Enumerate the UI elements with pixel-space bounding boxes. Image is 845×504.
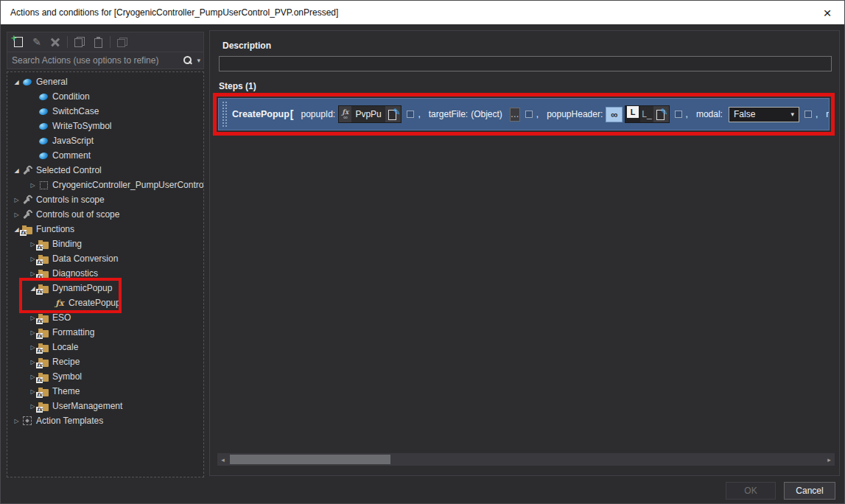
tree-item-label: General [36, 77, 68, 87]
tree-item-functions[interactable]: ◢fxFunctions [7, 222, 203, 237]
description-label: Description [222, 41, 271, 51]
actions-panel: + ✎ ▾ ◢GeneralConditionSwitchCaseWriteTo… [7, 32, 204, 477]
param-separator: , [536, 109, 539, 119]
search-icon[interactable] [183, 55, 193, 66]
param-separator: , [816, 109, 818, 119]
popupid-checkbox[interactable] [407, 111, 414, 118]
cancel-button[interactable]: Cancel [784, 482, 835, 500]
popupheader-value-field[interactable]: L_ [640, 106, 653, 122]
modal-checkbox[interactable] [804, 111, 812, 118]
new-document-plus-icon: + [14, 37, 23, 47]
wrench-icon [21, 210, 33, 220]
fxfolder-icon: fx [38, 328, 49, 337]
sphere-icon [38, 108, 49, 115]
param-popupheader-label: popupHeader: [547, 109, 603, 119]
param-modal-label: modal: [696, 109, 723, 119]
expanded-expander-icon[interactable]: ◢ [12, 167, 21, 174]
tree-item-binding[interactable]: ▷fxBinding [7, 237, 203, 251]
scroll-right-icon[interactable]: ▸ [824, 453, 835, 466]
fxfolder-icon: fx [38, 313, 49, 323]
tree-item-general[interactable]: ◢General [7, 74, 203, 89]
popupid-value-field[interactable]: PvpPu [351, 106, 385, 122]
scroll-left-icon[interactable]: ◂ [217, 453, 228, 466]
edit-action-button[interactable]: ✎ [29, 34, 45, 50]
annotation-box-step: CreatePopup [ popupId: ƒx ∞ PvpPu , targ… [213, 93, 835, 136]
popupheader-select-button[interactable] [653, 106, 669, 122]
scrollbar-track[interactable] [228, 453, 824, 466]
tree-item-label: Controls out of scope [36, 209, 119, 220]
search-input[interactable] [12, 55, 183, 66]
fxfolder-icon: fx [21, 225, 33, 234]
tree-item-condition[interactable]: Condition [7, 89, 203, 104]
tree-item-symbol[interactable]: ▷fxSymbol [7, 369, 203, 384]
tree-item-label: WriteToSymbol [52, 121, 111, 131]
tree-item-label: Theme [52, 386, 80, 396]
targetfile-browse-button[interactable]: … [510, 108, 520, 122]
popupheader-language-button[interactable]: L [627, 106, 639, 118]
tree-item-action-templates[interactable]: ▷Action Templates [7, 413, 203, 428]
fxfolder-icon: fx [38, 387, 49, 396]
tree-item-label: UserManagement [52, 401, 122, 411]
tree-item-eso[interactable]: ▷fxESO [7, 310, 203, 325]
close-icon[interactable]: × [818, 3, 837, 22]
duplicate-icon [117, 38, 127, 47]
tree-item-dynamicpopup[interactable]: ◢fxDynamicPopup [7, 281, 203, 295]
step-row-createpopup[interactable]: CreatePopup [ popupId: ƒx ∞ PvpPu , targ… [218, 98, 830, 130]
ok-button[interactable]: OK [726, 482, 776, 500]
search-options-caret-icon[interactable]: ▾ [197, 57, 200, 64]
description-input[interactable] [219, 56, 832, 71]
tree-item-label: Binding [52, 239, 82, 249]
tree-item-label: Selected Control [36, 165, 102, 175]
tree-item-selected-control[interactable]: ◢Selected Control [7, 163, 203, 178]
tree-item-theme[interactable]: ▷fxTheme [7, 384, 203, 399]
window-titlebar: Actions and conditions for [CryogenicCon… [1, 1, 844, 24]
targetfile-checkbox[interactable] [525, 111, 533, 118]
tree-item-cryogeniccontroller-pumpusercontrol[interactable]: ▷CryogenicController_PumpUserControl [7, 178, 203, 192]
tree-item-label: ESO [52, 312, 71, 323]
add-action-button[interactable]: + [10, 34, 27, 50]
actions-toolbar: + ✎ [7, 32, 204, 52]
wrench-icon [21, 166, 33, 175]
tree-item-switchcase[interactable]: SwitchCase [7, 104, 203, 119]
popupid-select-button[interactable] [385, 106, 401, 122]
tree-item-locale[interactable]: ▷fxLocale [7, 340, 203, 354]
scrollbar-thumb[interactable] [230, 455, 390, 464]
horizontal-scrollbar: ◂ ▸ [217, 453, 835, 466]
sphere-icon [38, 123, 49, 130]
popupid-binding-button[interactable]: ƒx ∞ [339, 106, 351, 122]
copy-action-button[interactable] [71, 34, 88, 50]
collapsed-expander-icon[interactable]: ▷ [12, 211, 21, 218]
tree-item-writetosymbol[interactable]: WriteToSymbol [7, 119, 203, 133]
popupheader-link-button[interactable]: ∞ [606, 107, 623, 122]
expanded-expander-icon[interactable]: ◢ [12, 79, 21, 85]
duplicate-action-button[interactable] [114, 34, 130, 50]
modal-dropdown[interactable]: False ▾ [729, 107, 799, 122]
tree-item-recipe[interactable]: ▷fxRecipe [7, 354, 203, 369]
fxfolder-icon: fx [38, 372, 49, 382]
tree-item-diagnostics[interactable]: ▷fxDiagnostics [7, 266, 203, 281]
collapsed-expander-icon[interactable]: ▷ [28, 182, 38, 189]
tree-item-comment[interactable]: Comment [7, 148, 203, 163]
fxfolder-icon: fx [38, 254, 49, 264]
collapsed-expander-icon[interactable]: ▷ [12, 197, 21, 203]
collapsed-expander-icon[interactable]: ▷ [12, 418, 21, 424]
tree-item-label: CryogenicController_PumpUserControl [52, 180, 204, 190]
paste-clipboard-icon [94, 38, 102, 48]
drag-grip-icon[interactable] [221, 100, 228, 128]
fxfolder-icon: fx [38, 284, 49, 293]
delete-action-button[interactable] [47, 34, 63, 50]
tree-item-controls-in-scope[interactable]: ▷Controls in scope [7, 192, 203, 207]
tree-item-javascript[interactable]: JavaScript [7, 133, 203, 148]
tree-item-createpopup[interactable]: ƒxCreatePopup [7, 295, 203, 310]
tree-item-usermanagement[interactable]: ▷fxUserManagement [7, 399, 203, 413]
tree-item-data-conversion[interactable]: ▷fxData Conversion [7, 251, 203, 266]
tree-item-controls-out-of-scope[interactable]: ▷Controls out of scope [7, 207, 203, 222]
toolbar-separator [67, 36, 68, 48]
paste-action-button[interactable] [90, 34, 106, 50]
fxfolder-icon: fx [38, 239, 49, 249]
tree-item-formatting[interactable]: ▷fxFormatting [7, 325, 203, 340]
popupheader-checkbox[interactable] [675, 111, 682, 118]
fxfolder-icon: fx [38, 357, 49, 367]
tree-item-label: Recipe [52, 357, 80, 367]
toolbar-separator [110, 36, 111, 48]
